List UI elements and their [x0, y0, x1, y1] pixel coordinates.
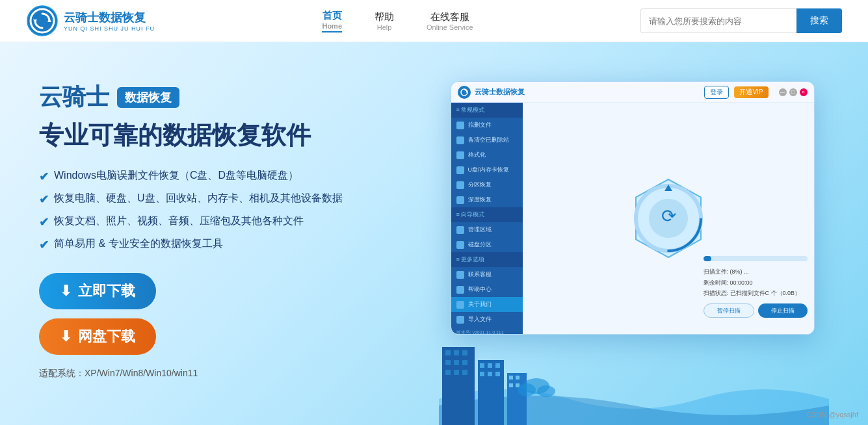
- building-decoration: [436, 321, 566, 425]
- nav-home[interactable]: 首页 Home: [322, 10, 342, 32]
- sidebar-partition-icon: [456, 181, 464, 189]
- nav-help[interactable]: 帮助 Help: [375, 11, 394, 31]
- sidebar-item-helpcenter[interactable]: 帮助中心: [451, 282, 523, 297]
- search-input[interactable]: [640, 8, 796, 33]
- sidebar-item-diskpartition[interactable]: 磁盘分区: [451, 237, 523, 252]
- mockup-logo-circle: [458, 86, 471, 99]
- pause-scan-btn[interactable]: 暂停扫描: [704, 303, 754, 318]
- sidebar-manage-icon: [456, 226, 464, 234]
- nav-home-en: Home: [322, 22, 342, 30]
- logo-subtitle: YUN QI SHI SHU JU HUI FU: [64, 25, 155, 32]
- scan-file-text: 扫描文件: (8%) ...: [704, 266, 808, 277]
- svg-rect-22: [509, 376, 513, 380]
- svg-rect-11: [445, 370, 451, 375]
- sidebar-item-contact[interactable]: 联系客服: [451, 267, 523, 282]
- check-icon-4: ✔: [39, 238, 49, 252]
- check-icon-2: ✔: [39, 192, 49, 207]
- svg-rect-23: [516, 376, 519, 380]
- compat-text: 适配系统：XP/Win7/Win8/Win10/win11: [39, 368, 416, 380]
- mockup-screen: 云骑士数据恢复 登录 开通VIP — □ ×: [451, 81, 815, 335]
- svg-rect-18: [480, 372, 484, 376]
- mockup-login-btn[interactable]: 登录: [704, 86, 729, 99]
- brand-line: 云骑士 数据恢复: [39, 81, 416, 113]
- nav-help-label: 帮助: [375, 11, 394, 23]
- svg-rect-24: [509, 383, 513, 387]
- scan-status: 扫描状态: 已扫描到文件C 个（0.0B）: [704, 288, 808, 298]
- mockup-wrapper: 云骑士数据恢复 登录 开通VIP — □ ×: [431, 81, 815, 361]
- nav-help-en: Help: [377, 23, 392, 31]
- sidebar-item-partition[interactable]: 分区恢复: [451, 177, 523, 192]
- search-button[interactable]: 搜索: [796, 8, 842, 33]
- svg-rect-7: [462, 350, 467, 355]
- sidebar-usb-icon: [456, 166, 464, 174]
- search-area: 搜索: [640, 8, 842, 33]
- sidebar-deleted-icon: [456, 122, 464, 129]
- svg-point-0: [27, 6, 57, 36]
- sidebar-about-icon: [456, 301, 464, 309]
- sidebar-section-more: ≡ 更多选项: [451, 252, 523, 267]
- sidebar-item-manage[interactable]: 管理区域: [451, 222, 523, 237]
- svg-point-28: [537, 385, 555, 397]
- header: 云骑士数据恢复 YUN QI SHI SHU JU HUI FU 首页 Home…: [0, 0, 868, 42]
- sidebar-deep-icon: [456, 196, 464, 204]
- mockup-main: ⟳ 扫描文件: (8%) ...: [523, 103, 814, 334]
- check-icon-3: ✔: [39, 215, 49, 229]
- feature-4: ✔ 简单易用 & 专业安全的数据恢复工具: [39, 237, 416, 252]
- sidebar-item-deep[interactable]: 深度恢复: [451, 192, 523, 207]
- hero-slogan: 专业可靠的数据恢复软件: [39, 121, 416, 151]
- win-min-btn[interactable]: —: [779, 88, 787, 96]
- download-label: 立即下载: [78, 281, 135, 301]
- svg-rect-12: [454, 370, 459, 375]
- sidebar-item-deleted[interactable]: 拟删文件: [451, 118, 523, 133]
- sidebar-recycle-icon: [456, 136, 464, 144]
- win-close-btn[interactable]: ×: [800, 88, 808, 96]
- sidebar-item-recycle[interactable]: 备清空已删除站: [451, 133, 523, 148]
- sidebar-helpcenter-icon: [456, 286, 464, 294]
- svg-rect-4: [442, 347, 475, 425]
- nav-service-en: Online Service: [427, 23, 473, 31]
- scan-panel: 扫描文件: (8%) ... 剩余时间: 00:00:00 扫描状态: 已扫描到…: [704, 109, 808, 328]
- svg-rect-15: [480, 363, 484, 368]
- check-icon-1: ✔: [39, 170, 49, 184]
- download-icon: ⬇: [60, 283, 72, 300]
- netdisk-icon: ⬇: [60, 328, 72, 345]
- hero-left: 云骑士 数据恢复 专业可靠的数据恢复软件 ✔ Windows电脑误删文件恢复（C…: [39, 75, 416, 425]
- svg-text:⟳: ⟳: [661, 206, 676, 226]
- svg-rect-13: [462, 370, 467, 375]
- brand-badge: 数据恢复: [117, 87, 179, 108]
- svg-rect-10: [462, 360, 467, 365]
- sidebar-item-about[interactable]: 关于我们: [451, 297, 523, 312]
- svg-rect-16: [488, 363, 492, 368]
- mockup-titlebar: 云骑士数据恢复 登录 开通VIP — □ ×: [451, 82, 814, 103]
- netdisk-button[interactable]: ⬇ 网盘下载: [39, 318, 156, 355]
- win-controls: — □ ×: [779, 88, 808, 96]
- feature-2: ✔ 恢复电脑、硬盘、U盘、回收站、内存卡、相机及其他设备数据: [39, 192, 416, 207]
- sidebar-diskpartition-icon: [456, 241, 464, 249]
- logo-text: 云骑士数据恢复 YUN QI SHI SHU JU HUI FU: [64, 10, 155, 32]
- svg-rect-17: [495, 363, 500, 368]
- hex-icon: ⟳: [623, 173, 714, 264]
- hero-right: 云骑士数据恢复 登录 开通VIP — □ ×: [416, 75, 829, 425]
- stop-scan-btn[interactable]: 停止扫描: [758, 303, 808, 318]
- svg-rect-5: [445, 350, 451, 355]
- svg-rect-21: [507, 373, 527, 425]
- logo-title: 云骑士数据恢复: [64, 10, 155, 25]
- sidebar-item-format[interactable]: 格式化: [451, 148, 523, 162]
- netdisk-label: 网盘下载: [78, 327, 135, 346]
- mockup-sidebar: ≡ 常规模式 拟删文件 备清空已删除站 格式化: [451, 103, 523, 334]
- scan-buttons: 暂停扫描 停止扫描: [704, 303, 808, 318]
- scan-time: 剩余时间: 00:00:00: [704, 277, 808, 288]
- nav-underline: [322, 31, 342, 32]
- brand-name: 云骑士: [39, 81, 109, 113]
- scan-info: 扫描文件: (8%) ... 剩余时间: 00:00:00 扫描状态: 已扫描到…: [704, 266, 808, 298]
- nav-service[interactable]: 在线客服 Online Service: [427, 11, 473, 31]
- download-button[interactable]: ⬇ 立即下载: [39, 273, 156, 309]
- sidebar-item-usb[interactable]: U盘/内存卡恢复: [451, 162, 523, 177]
- sidebar-format-icon: [456, 151, 464, 159]
- svg-rect-9: [454, 360, 459, 365]
- feature-3: ✔ 恢复文档、照片、视频、音频、压缩包及其他各种文件: [39, 214, 416, 229]
- watermark: CSDN @yqssjhf: [806, 411, 858, 419]
- mockup-vip-btn[interactable]: 开通VIP: [734, 86, 768, 98]
- win-max-btn[interactable]: □: [789, 88, 797, 96]
- mockup-body: ≡ 常规模式 拟删文件 备清空已删除站 格式化: [451, 103, 814, 334]
